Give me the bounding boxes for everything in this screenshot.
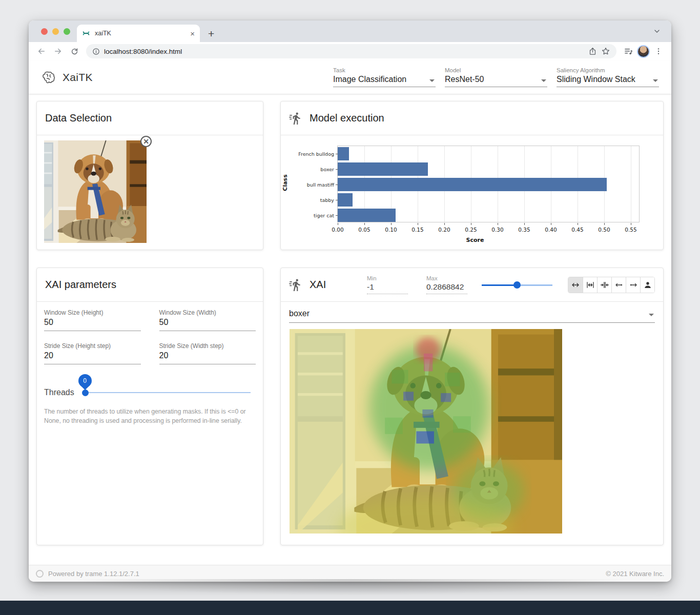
full-range-button[interactable] <box>568 277 583 293</box>
xai-parameters-title: XAI parameters <box>45 279 116 291</box>
x-tick-mark <box>551 223 551 225</box>
profile-avatar[interactable] <box>637 45 650 58</box>
field-label: Window Size (Height) <box>44 309 141 316</box>
selected-image-thumbnail: ✕ <box>44 140 147 243</box>
window-size-height-input[interactable]: 50 <box>44 318 141 331</box>
back-button[interactable] <box>35 45 48 58</box>
task-select[interactable]: Task Image Classification <box>333 67 436 87</box>
category-label: tiger cat <box>314 213 334 218</box>
stride-size-height-input[interactable]: 20 <box>44 351 141 364</box>
chart-gridline <box>631 146 631 222</box>
window-size-width-input[interactable]: 50 <box>159 318 256 331</box>
expand-range-button[interactable] <box>583 277 597 293</box>
window-size-height-field: Window Size (Height) 50 <box>44 309 141 331</box>
x-tick-mark <box>471 223 471 225</box>
tab-close-icon[interactable]: × <box>190 30 195 37</box>
x-tick-mark <box>364 223 365 225</box>
saliency-map-view <box>289 329 563 534</box>
threads-slider-thumb[interactable]: 0 <box>82 389 89 396</box>
model-select[interactable]: Model ResNet-50 <box>445 67 547 87</box>
xai-card: XAI Min -1 Max 0.2868842 <box>280 268 664 545</box>
close-window-button[interactable] <box>41 28 48 35</box>
main-content: Data Selection ✕ Model execution <box>29 94 671 565</box>
reload-button[interactable] <box>68 45 81 58</box>
y-tick-mark <box>336 200 338 200</box>
busy-indicator-icon <box>36 570 44 578</box>
caret-down-icon <box>649 314 654 316</box>
x-tick-label: 0.45 <box>571 227 583 233</box>
max-label: Max <box>426 275 467 281</box>
remove-image-button[interactable]: ✕ <box>140 136 152 147</box>
category-label: French bulldog <box>298 151 334 157</box>
window-shadow <box>20 579 680 602</box>
x-tick-mark <box>631 223 631 225</box>
saliency-algorithm-select[interactable]: Saliency Algorithm Sliding Window Stack <box>557 67 659 87</box>
chart-ylabel: Class <box>282 174 289 191</box>
powered-by-text: Powered by trame 1.12.1/2.7.1 <box>48 570 139 578</box>
chevron-down-icon[interactable] <box>653 27 661 35</box>
x-tick-label: 0.55 <box>625 227 636 233</box>
x-tick-label: 0.40 <box>545 227 557 233</box>
stride-size-width-field: Stride Size (Width step) 20 <box>159 342 256 364</box>
new-tab-button[interactable]: + <box>208 28 214 39</box>
min-label: Min <box>367 275 408 281</box>
y-tick-mark <box>336 154 338 154</box>
brain-logo-icon <box>41 70 56 85</box>
dog-cat-photo <box>44 140 147 243</box>
data-selection-card: Data Selection ✕ <box>36 101 263 250</box>
share-icon[interactable] <box>588 47 597 56</box>
range-slider-thumb[interactable] <box>513 281 521 289</box>
app-header: XaiTK Task Image Classification Model Re… <box>29 60 671 94</box>
tab-strip: xaiTK × + <box>29 20 671 42</box>
x-tick-label: 0.25 <box>465 227 477 233</box>
browser-window: xaiTK × + localhost:8080/index.html <box>29 20 671 582</box>
app-title: XaiTK <box>63 71 93 84</box>
task-select-value[interactable]: Image Classification <box>333 74 436 87</box>
saliency-select-value[interactable]: Sliding Window Stack <box>557 74 659 87</box>
browser-menu-icon[interactable] <box>652 45 665 58</box>
url-text[interactable]: localhost:8080/index.html <box>104 48 182 55</box>
caret-down-icon <box>541 79 546 82</box>
min-input[interactable]: -1 <box>367 282 408 294</box>
address-bar[interactable]: localhost:8080/index.html <box>86 44 616 58</box>
range-slider[interactable] <box>482 281 552 289</box>
minimize-window-button[interactable] <box>52 28 59 35</box>
window-size-width-field: Window Size (Width) 50 <box>159 309 256 331</box>
zoom-window-button[interactable] <box>64 28 70 35</box>
x-tick-label: 0.50 <box>598 227 610 233</box>
browser-toolbar: localhost:8080/index.html <box>29 42 671 60</box>
info-icon[interactable] <box>92 48 100 55</box>
stride-size-height-field: Stride Size (Height step) 20 <box>44 342 141 364</box>
run-icon <box>289 112 302 125</box>
forward-button[interactable] <box>51 45 65 58</box>
model-execution-card: Model execution Class 0.000.050.100.150.… <box>280 101 664 250</box>
y-tick-mark <box>336 169 338 170</box>
media-controls-icon[interactable] <box>622 45 635 58</box>
x-tick-mark <box>444 223 445 225</box>
model-execution-title: Model execution <box>310 112 384 124</box>
tab-title: xaiTK <box>95 30 186 37</box>
model-select-value[interactable]: ResNet-50 <box>445 74 547 87</box>
x-tick-label: 0.05 <box>358 227 370 233</box>
field-label: Stride Size (Width step) <box>159 342 256 350</box>
category-label: tabby <box>320 197 334 203</box>
x-tick-mark <box>498 223 498 225</box>
stride-size-width-input[interactable]: 20 <box>159 351 256 364</box>
account-button[interactable] <box>640 277 654 293</box>
favicon-knot-icon <box>82 29 90 37</box>
saliency-overlay-image <box>289 329 563 534</box>
browser-tab[interactable]: xaiTK × <box>77 25 200 42</box>
negative-range-button[interactable] <box>611 277 626 293</box>
saliency-select-label: Saliency Algorithm <box>557 67 659 73</box>
threads-slider[interactable]: 0 <box>83 389 251 396</box>
class-select[interactable]: boxer <box>289 309 655 323</box>
class-select-value[interactable]: boxer <box>289 309 310 318</box>
xai-parameters-card: XAI parameters Window Size (Height) 50 W… <box>36 268 263 545</box>
collapse-range-button[interactable] <box>597 277 611 293</box>
max-input[interactable]: 0.2868842 <box>426 282 467 294</box>
bookmark-star-icon[interactable] <box>601 47 610 56</box>
desktop-bottom-band <box>0 601 700 615</box>
chart-plot-area: 0.000.050.100.150.200.250.300.350.400.45… <box>337 146 640 222</box>
positive-range-button[interactable] <box>626 277 640 293</box>
model-select-label: Model <box>445 67 547 73</box>
